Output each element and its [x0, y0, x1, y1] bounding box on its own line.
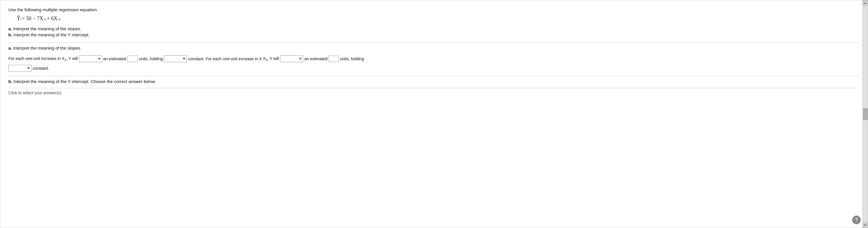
task-a-text: Interpret the meaning of the slopes. [13, 26, 81, 31]
units-input-x1[interactable] [127, 56, 138, 62]
scroll-down-arrow[interactable]: ▼ [863, 223, 868, 228]
click-text: Click to select your answer(s). [8, 91, 62, 95]
holding-dropdown-x2[interactable]: X₁ X₂ [8, 65, 31, 72]
scrollbar[interactable]: ▲ ▼ [863, 0, 868, 228]
constant-label-2: constant. [33, 66, 49, 71]
task-a-label: a. [8, 26, 12, 31]
units-holding-label-2: units, holding [340, 55, 364, 63]
fill-in-row-2: X₁ X₂ constant. [8, 65, 860, 72]
prefix-x1: For each one-unit increase in X1, Y will [8, 55, 78, 63]
x1-sub-label: 1 [65, 58, 66, 62]
x2-sub: 2i [58, 17, 61, 21]
equation-line: Yi = 50 − 7X1i + 6X2i [17, 15, 860, 22]
constant-label-1: constant. For each one-unit increase in … [188, 55, 261, 63]
task-b-label: b. [8, 32, 12, 37]
x2-sub-num: 2 [266, 58, 268, 62]
equation-block: Yi = 50 − 7X1i + 6X2i [17, 15, 860, 22]
direction-dropdown-x2[interactable]: decrease increase [280, 55, 303, 62]
y-hat: Y [17, 15, 20, 22]
divider-1 [8, 42, 860, 43]
part-a-heading-text: Interpret the meaning of the slopes. [13, 45, 81, 51]
task-list: a. Interpret the meaning of the slopes. … [8, 26, 860, 37]
task-b: b. Interpret the meaning of the Y interc… [8, 32, 860, 37]
click-to-select: Click to select your answer(s). [8, 88, 860, 95]
part-a-bold: a. [8, 45, 12, 51]
an-estimated-label: an estimated [103, 55, 126, 63]
fill-in-row-1: For each one-unit increase in X1, Y will… [8, 55, 860, 63]
main-container: Use the following multiple regression eq… [0, 0, 868, 228]
part-b-heading-text: Interpret the meaning of the Y intercept… [13, 79, 156, 84]
task-b-text: Interpret the meaning of the Y intercept… [13, 32, 90, 37]
part-b-heading: b. Interpret the meaning of the Y interc… [8, 79, 860, 84]
equals-sign: = 50 − 7X [22, 15, 43, 22]
holding-dropdown-x1[interactable]: X₁ X₂ [164, 55, 187, 62]
an-estimated-label-2: an estimated [304, 55, 328, 63]
instruction-text: Use the following multiple regression eq… [8, 7, 860, 12]
plus-sign: + 6X [47, 15, 57, 22]
scroll-up-arrow[interactable]: ▲ [863, 0, 868, 5]
direction-dropdown-x1[interactable]: decrease increase [79, 55, 102, 62]
part-a-heading: a. Interpret the meaning of the slopes. [8, 45, 860, 51]
x2-sub-label: X2, Y will [263, 55, 279, 63]
task-a: a. Interpret the meaning of the slopes. [8, 26, 860, 31]
scroll-thumb[interactable] [863, 108, 868, 120]
units-holding-label-1: units, holding [139, 55, 163, 63]
x1-sub: 1i [44, 17, 46, 21]
divider-2 [8, 76, 860, 76]
part-b-bold: b. [8, 79, 12, 84]
y-sub-i: i [21, 17, 21, 21]
units-input-x2[interactable] [329, 56, 339, 62]
help-button[interactable]: ? [852, 216, 861, 224]
